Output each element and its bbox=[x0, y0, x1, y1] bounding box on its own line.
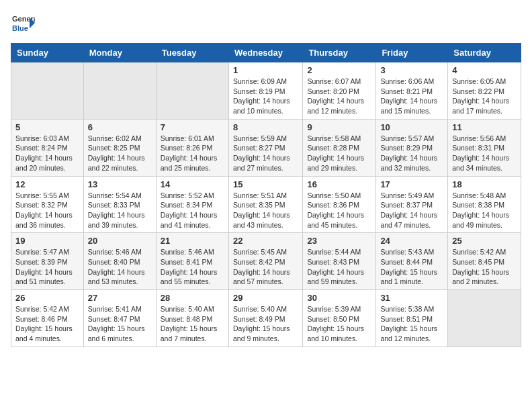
day-number: 2 bbox=[307, 65, 371, 75]
day-number: 28 bbox=[161, 293, 224, 303]
calendar-cell: 17Sunrise: 5:49 AMSunset: 8:37 PMDayligh… bbox=[376, 176, 448, 233]
day-info: Sunrise: 6:05 AMSunset: 8:22 PMDaylight:… bbox=[452, 77, 517, 116]
day-info: Sunrise: 5:45 AMSunset: 8:42 PMDaylight:… bbox=[233, 247, 298, 287]
day-number: 29 bbox=[233, 293, 298, 303]
day-info: Sunrise: 5:47 AMSunset: 8:39 PMDaylight:… bbox=[15, 247, 79, 287]
day-info: Sunrise: 5:42 AMSunset: 8:45 PMDaylight:… bbox=[452, 247, 517, 287]
calendar-cell: 12Sunrise: 5:55 AMSunset: 8:32 PMDayligh… bbox=[11, 176, 84, 233]
day-info: Sunrise: 5:52 AMSunset: 8:34 PMDaylight:… bbox=[161, 191, 224, 230]
day-number: 11 bbox=[452, 122, 517, 132]
day-number: 18 bbox=[452, 179, 517, 189]
day-number: 15 bbox=[233, 179, 298, 189]
calendar-week-1: 1Sunrise: 6:09 AMSunset: 8:19 PMDaylight… bbox=[11, 62, 521, 120]
calendar-cell: 20Sunrise: 5:46 AMSunset: 8:40 PMDayligh… bbox=[83, 233, 156, 290]
day-info: Sunrise: 5:50 AMSunset: 8:36 PMDaylight:… bbox=[307, 191, 371, 230]
calendar-cell: 5Sunrise: 6:03 AMSunset: 8:24 PMDaylight… bbox=[11, 119, 84, 176]
day-number: 19 bbox=[15, 236, 79, 246]
calendar-cell: 3Sunrise: 6:06 AMSunset: 8:21 PMDaylight… bbox=[376, 62, 448, 120]
day-info: Sunrise: 5:54 AMSunset: 8:33 PMDaylight:… bbox=[88, 191, 152, 230]
calendar-cell: 11Sunrise: 5:56 AMSunset: 8:31 PMDayligh… bbox=[448, 119, 521, 176]
calendar-cell: 9Sunrise: 5:58 AMSunset: 8:28 PMDaylight… bbox=[303, 119, 376, 176]
logo-icon: General Blue bbox=[11, 11, 35, 35]
calendar-cell bbox=[11, 62, 84, 120]
day-info: Sunrise: 5:41 AMSunset: 8:47 PMDaylight:… bbox=[88, 304, 152, 344]
day-info: Sunrise: 6:07 AMSunset: 8:20 PMDaylight:… bbox=[307, 77, 371, 116]
weekday-header-row: SundayMondayTuesdayWednesdayThursdayFrid… bbox=[11, 44, 521, 62]
day-number: 22 bbox=[233, 236, 298, 246]
day-info: Sunrise: 6:09 AMSunset: 8:19 PMDaylight:… bbox=[233, 77, 298, 116]
day-number: 30 bbox=[307, 293, 371, 303]
logo: General Blue bbox=[11, 11, 35, 35]
day-number: 10 bbox=[380, 122, 443, 132]
day-number: 3 bbox=[380, 65, 443, 75]
calendar-cell: 16Sunrise: 5:50 AMSunset: 8:36 PMDayligh… bbox=[303, 176, 376, 233]
day-info: Sunrise: 5:39 AMSunset: 8:50 PMDaylight:… bbox=[307, 304, 371, 344]
weekday-header-friday: Friday bbox=[376, 44, 448, 62]
day-info: Sunrise: 5:42 AMSunset: 8:46 PMDaylight:… bbox=[15, 304, 79, 344]
calendar-cell: 22Sunrise: 5:45 AMSunset: 8:42 PMDayligh… bbox=[228, 233, 302, 290]
day-info: Sunrise: 5:49 AMSunset: 8:37 PMDaylight:… bbox=[380, 191, 443, 230]
day-number: 25 bbox=[452, 236, 517, 246]
day-number: 8 bbox=[233, 122, 298, 132]
calendar-cell: 18Sunrise: 5:48 AMSunset: 8:38 PMDayligh… bbox=[448, 176, 521, 233]
calendar-week-4: 19Sunrise: 5:47 AMSunset: 8:39 PMDayligh… bbox=[11, 233, 521, 290]
day-info: Sunrise: 5:38 AMSunset: 8:51 PMDaylight:… bbox=[380, 304, 443, 344]
calendar-cell: 4Sunrise: 6:05 AMSunset: 8:22 PMDaylight… bbox=[448, 62, 521, 120]
day-number: 20 bbox=[88, 236, 152, 246]
calendar-cell: 2Sunrise: 6:07 AMSunset: 8:20 PMDaylight… bbox=[303, 62, 376, 120]
calendar-week-3: 12Sunrise: 5:55 AMSunset: 8:32 PMDayligh… bbox=[11, 176, 521, 233]
header: General Blue bbox=[11, 11, 521, 35]
calendar-cell: 21Sunrise: 5:46 AMSunset: 8:41 PMDayligh… bbox=[156, 233, 228, 290]
day-info: Sunrise: 5:56 AMSunset: 8:31 PMDaylight:… bbox=[452, 134, 517, 173]
calendar-cell bbox=[448, 290, 521, 347]
day-number: 27 bbox=[88, 293, 152, 303]
day-number: 7 bbox=[161, 122, 224, 132]
calendar-cell: 7Sunrise: 6:01 AMSunset: 8:26 PMDaylight… bbox=[156, 119, 228, 176]
calendar-cell: 10Sunrise: 5:57 AMSunset: 8:29 PMDayligh… bbox=[376, 119, 448, 176]
day-info: Sunrise: 5:55 AMSunset: 8:32 PMDaylight:… bbox=[15, 191, 79, 230]
day-info: Sunrise: 5:44 AMSunset: 8:43 PMDaylight:… bbox=[307, 247, 371, 287]
day-number: 24 bbox=[380, 236, 443, 246]
day-info: Sunrise: 5:48 AMSunset: 8:38 PMDaylight:… bbox=[452, 191, 517, 230]
day-info: Sunrise: 5:40 AMSunset: 8:48 PMDaylight:… bbox=[161, 304, 224, 344]
weekday-header-monday: Monday bbox=[83, 44, 156, 62]
day-info: Sunrise: 6:01 AMSunset: 8:26 PMDaylight:… bbox=[161, 134, 224, 173]
day-info: Sunrise: 6:03 AMSunset: 8:24 PMDaylight:… bbox=[15, 134, 79, 173]
day-number: 9 bbox=[307, 122, 371, 132]
day-number: 23 bbox=[307, 236, 371, 246]
calendar-cell bbox=[83, 62, 156, 120]
calendar-cell: 23Sunrise: 5:44 AMSunset: 8:43 PMDayligh… bbox=[303, 233, 376, 290]
day-number: 14 bbox=[161, 179, 224, 189]
day-number: 31 bbox=[380, 293, 443, 303]
weekday-header-tuesday: Tuesday bbox=[156, 44, 228, 62]
calendar-week-5: 26Sunrise: 5:42 AMSunset: 8:46 PMDayligh… bbox=[11, 290, 521, 347]
calendar-cell: 28Sunrise: 5:40 AMSunset: 8:48 PMDayligh… bbox=[156, 290, 228, 347]
weekday-header-wednesday: Wednesday bbox=[228, 44, 302, 62]
day-number: 16 bbox=[307, 179, 371, 189]
day-info: Sunrise: 5:46 AMSunset: 8:41 PMDaylight:… bbox=[161, 247, 224, 287]
svg-text:Blue: Blue bbox=[12, 24, 28, 32]
weekday-header-sunday: Sunday bbox=[11, 44, 84, 62]
calendar-cell: 15Sunrise: 5:51 AMSunset: 8:35 PMDayligh… bbox=[228, 176, 302, 233]
day-number: 12 bbox=[15, 179, 79, 189]
day-info: Sunrise: 5:57 AMSunset: 8:29 PMDaylight:… bbox=[380, 134, 443, 173]
day-info: Sunrise: 5:51 AMSunset: 8:35 PMDaylight:… bbox=[233, 191, 298, 230]
day-info: Sunrise: 5:43 AMSunset: 8:44 PMDaylight:… bbox=[380, 247, 443, 287]
day-info: Sunrise: 6:02 AMSunset: 8:25 PMDaylight:… bbox=[88, 134, 152, 173]
calendar-week-2: 5Sunrise: 6:03 AMSunset: 8:24 PMDaylight… bbox=[11, 119, 521, 176]
day-number: 13 bbox=[88, 179, 152, 189]
day-number: 4 bbox=[452, 65, 517, 75]
day-info: Sunrise: 5:59 AMSunset: 8:27 PMDaylight:… bbox=[233, 134, 298, 173]
calendar-cell: 19Sunrise: 5:47 AMSunset: 8:39 PMDayligh… bbox=[11, 233, 84, 290]
calendar-cell: 24Sunrise: 5:43 AMSunset: 8:44 PMDayligh… bbox=[376, 233, 448, 290]
calendar-cell: 30Sunrise: 5:39 AMSunset: 8:50 PMDayligh… bbox=[303, 290, 376, 347]
day-number: 26 bbox=[15, 293, 79, 303]
calendar-cell: 31Sunrise: 5:38 AMSunset: 8:51 PMDayligh… bbox=[376, 290, 448, 347]
calendar-cell: 6Sunrise: 6:02 AMSunset: 8:25 PMDaylight… bbox=[83, 119, 156, 176]
calendar-cell: 27Sunrise: 5:41 AMSunset: 8:47 PMDayligh… bbox=[83, 290, 156, 347]
calendar-cell: 13Sunrise: 5:54 AMSunset: 8:33 PMDayligh… bbox=[83, 176, 156, 233]
calendar-cell: 29Sunrise: 5:40 AMSunset: 8:49 PMDayligh… bbox=[228, 290, 302, 347]
calendar-table: SundayMondayTuesdayWednesdayThursdayFrid… bbox=[11, 43, 521, 347]
day-info: Sunrise: 5:58 AMSunset: 8:28 PMDaylight:… bbox=[307, 134, 371, 173]
day-number: 17 bbox=[380, 179, 443, 189]
